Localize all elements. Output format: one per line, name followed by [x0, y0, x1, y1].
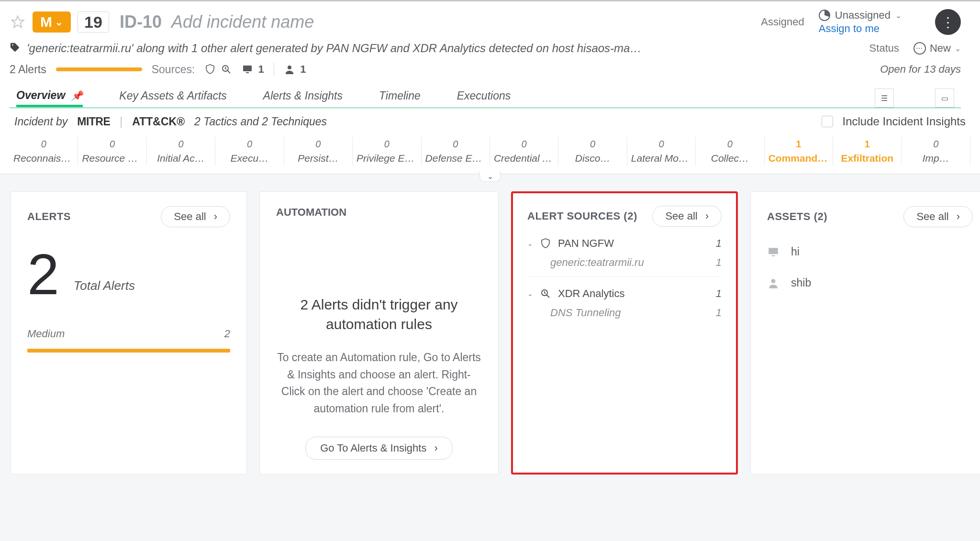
chevron-down-icon: ⌄: [895, 11, 902, 20]
alerts-count: 2 Alerts: [10, 63, 46, 76]
tactic-cell[interactable]: 0Privilege Escal…: [353, 137, 421, 166]
incident-description: 'generic:teatrarmii.ru' along with 1 oth…: [27, 42, 641, 55]
mitre-stats: 2 Tactics and 2 Techniques: [194, 115, 327, 128]
automation-help: To create an Automation rule, Go to Aler…: [276, 349, 482, 418]
assets-see-all-button[interactable]: See all›: [903, 206, 973, 227]
tab-alerts-insights[interactable]: Alerts & Insights: [263, 89, 343, 107]
tactic-cell[interactable]: 0Credential A…: [490, 137, 558, 166]
attck-logo: ATT&CK®: [132, 115, 185, 128]
severity-letter: M: [40, 14, 52, 30]
svg-marker-0: [12, 16, 24, 28]
include-insights-label: Include Incident Insights: [843, 115, 966, 128]
chevron-down-icon: ⌄: [527, 240, 533, 247]
sources-label: Sources:: [152, 63, 195, 76]
more-menu-button[interactable]: ⋮: [935, 9, 961, 35]
source-group-xdr[interactable]: ⌄ XDR Analytics 1: [527, 287, 722, 300]
mitre-header: Incident by MITRE | ATT&CK® 2 Tactics an…: [0, 108, 980, 134]
tactic-cell[interactable]: 0Lateral Move…: [627, 137, 696, 166]
tactic-cell[interactable]: 0Reconnaiss…: [10, 137, 78, 166]
assigned-label: Assigned: [761, 16, 804, 28]
svg-rect-6: [768, 248, 778, 254]
avatar-icon: [819, 10, 830, 21]
mitre-tactics-strip: 0Reconnaiss…0Resource Develo…0Initial Ac…: [0, 134, 980, 174]
monitor-icon: [767, 246, 780, 258]
tab-timeline[interactable]: Timeline: [379, 89, 421, 107]
alerts-card-title: ALERTS: [27, 210, 71, 223]
tactic-cell[interactable]: 1Command and Control: [765, 137, 833, 166]
monitor-icon: [242, 64, 253, 75]
status-icon: ⋯: [913, 42, 926, 55]
tactic-cell[interactable]: 0Execu…: [215, 137, 284, 166]
chevron-right-icon: ›: [705, 210, 709, 222]
asset-user[interactable]: shib: [767, 276, 973, 289]
chevron-down-icon: ⌄: [955, 44, 961, 53]
total-alerts-number: 2: [27, 251, 59, 297]
analytics-icon: [221, 64, 232, 75]
source-item[interactable]: DNS Tunneling 1: [527, 300, 722, 327]
alerts-see-all-button[interactable]: See all›: [161, 206, 230, 227]
asset-host[interactable]: hi: [767, 245, 973, 258]
severity-medium-label: Medium: [27, 328, 65, 340]
assets-card-title: ASSETS (2): [767, 210, 827, 223]
automation-card: AUTOMATION 2 Alerts didn't trigger any a…: [259, 191, 499, 475]
user-icon: [767, 277, 780, 289]
divider: [274, 63, 275, 76]
star-icon[interactable]: [10, 14, 26, 30]
incident-score: 19: [78, 11, 109, 33]
tab-overview[interactable]: Overview📌: [16, 89, 83, 107]
tactic-cell[interactable]: 0Imp…: [902, 137, 970, 166]
severity-chip[interactable]: M ⌄: [33, 11, 71, 33]
status-dropdown[interactable]: ⋯ New ⌄: [913, 42, 961, 55]
tab-key-assets[interactable]: Key Assets & Artifacts: [119, 89, 227, 107]
alert-sources-card: ALERT SOURCES (2) See all› ⌄ PAN NGFW 1 …: [511, 191, 738, 475]
incident-id: ID-10: [120, 12, 162, 32]
include-insights-checkbox[interactable]: [822, 116, 833, 127]
chevron-down-icon: ⌄: [527, 290, 533, 298]
assets-card: ASSETS (2) See all› hi shib: [750, 191, 980, 475]
incident-name-input[interactable]: Add incident name: [171, 12, 314, 32]
assignee-dropdown[interactable]: Unassigned ⌄: [819, 9, 902, 22]
tab-executions[interactable]: Executions: [457, 89, 511, 107]
svg-point-4: [288, 66, 291, 69]
tactic-cell[interactable]: 0Persist…: [284, 137, 353, 166]
shield-icon: [540, 238, 551, 249]
chevron-right-icon: ›: [434, 442, 437, 454]
shield-icon: [204, 64, 216, 75]
alert-sources-see-all-button[interactable]: See all›: [652, 206, 722, 227]
open-duration: Open for 13 days: [880, 63, 961, 76]
total-alerts-label: Total Alerts: [74, 278, 135, 293]
cards-row: ALERTS See all› 2 Total Alerts Medium 2 …: [0, 174, 980, 485]
chevron-right-icon: ›: [214, 210, 217, 223]
comment-button[interactable]: ▭: [935, 88, 954, 108]
tactic-cell[interactable]: 0Defense Ev…: [422, 137, 490, 166]
status-label: Status: [869, 42, 899, 55]
tactic-cell[interactable]: 0Resource Develo…: [78, 137, 146, 166]
incident-header: M ⌄ 19 ID-10 Add incident name Assigned …: [0, 0, 980, 108]
collapse-toggle[interactable]: ⌄: [479, 171, 501, 182]
chevron-right-icon: ›: [957, 210, 960, 223]
tactic-cell[interactable]: 0Initial Ac…: [147, 137, 215, 166]
pin-icon[interactable]: 📌: [71, 90, 83, 101]
mitre-prefix: Incident by: [14, 115, 67, 128]
severity-medium-count: 2: [224, 328, 230, 340]
automation-card-title: AUTOMATION: [276, 206, 482, 219]
alerts-card: ALERTS See all› 2 Total Alerts Medium 2: [11, 191, 247, 475]
svg-rect-2: [243, 66, 252, 71]
svg-rect-3: [246, 72, 249, 73]
assign-to-me-link[interactable]: Assign to me: [819, 22, 880, 35]
mitre-logo: MITRE: [77, 115, 110, 128]
severity-bar: [56, 67, 142, 71]
source-icons: [204, 64, 232, 75]
layout-button[interactable]: ☰: [875, 88, 894, 108]
tactic-cell[interactable]: 0Disco…: [558, 137, 627, 166]
tactic-cell[interactable]: 0Collec…: [696, 137, 764, 166]
automation-headline: 2 Alerts didn't trigger any automation r…: [276, 295, 482, 334]
tactic-cell[interactable]: 1Exfiltration: [833, 137, 902, 166]
go-to-alerts-button[interactable]: Go To Alerts & Insights›: [305, 437, 452, 460]
source-group-pan[interactable]: ⌄ PAN NGFW 1: [527, 237, 722, 250]
hosts-count[interactable]: 1: [242, 63, 264, 76]
source-item[interactable]: generic:teatrarmii.ru 1: [527, 250, 722, 277]
users-count[interactable]: 1: [284, 63, 306, 76]
analytics-icon: [540, 288, 551, 299]
chevron-down-icon: ⌄: [55, 16, 63, 28]
